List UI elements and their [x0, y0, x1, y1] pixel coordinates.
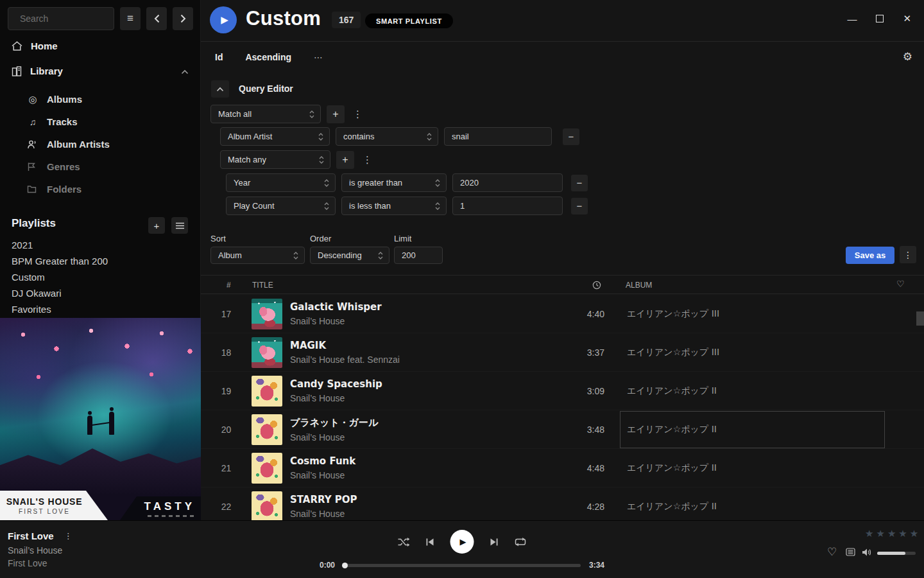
- rating-stars[interactable]: ★★★★★: [865, 528, 921, 539]
- star-icon[interactable]: ★: [898, 528, 909, 539]
- sort-field-button[interactable]: Id: [215, 52, 223, 62]
- window-maximize-button[interactable]: [876, 13, 884, 24]
- remove-rule-button[interactable]: −: [571, 198, 588, 215]
- nav-back-button[interactable]: [146, 7, 167, 30]
- now-playing-kebab-button[interactable]: ⋮: [62, 531, 75, 541]
- play-pause-button[interactable]: ▶: [450, 530, 474, 554]
- sidebar-item-albums[interactable]: ◎ Albums: [0, 88, 200, 110]
- order-select[interactable]: Descending: [310, 247, 389, 264]
- playlist-item[interactable]: Custom: [12, 269, 108, 285]
- table-row[interactable]: 21 Cosmo Funk Snail’s House 4:48 エイリアン☆ポ…: [201, 449, 924, 487]
- table-row[interactable]: 18 MAGIK Snail’s House feat. Sennzai 3:3…: [201, 333, 924, 372]
- table-row[interactable]: 22 STARRY POP Snail’s House 4:28 エイリアン☆ポ…: [201, 487, 924, 520]
- duration-clock-icon[interactable]: [592, 281, 601, 290]
- playlist-item[interactable]: Favorites: [12, 301, 108, 317]
- column-title[interactable]: TITLE: [252, 281, 273, 290]
- scrollbar-thumb[interactable]: [916, 311, 924, 326]
- rule-value-input[interactable]: [452, 197, 563, 215]
- save-options-kebab-button[interactable]: ⋮: [900, 246, 916, 263]
- sort-select[interactable]: Album: [210, 247, 305, 264]
- sidebar-item-genres[interactable]: Genres: [0, 155, 200, 178]
- playlist-list-button[interactable]: [171, 217, 188, 234]
- star-icon[interactable]: ★: [910, 528, 921, 539]
- shuffle-button[interactable]: [398, 537, 410, 547]
- favorite-heart-icon[interactable]: ♡: [827, 545, 837, 559]
- sidebar-item-folders[interactable]: Folders: [0, 178, 200, 200]
- rule-value-input[interactable]: [452, 173, 563, 192]
- next-track-button[interactable]: [490, 538, 499, 547]
- remove-rule-button[interactable]: −: [571, 175, 588, 191]
- window-minimize-button[interactable]: —: [847, 13, 857, 24]
- track-title[interactable]: STARRY POP: [290, 494, 566, 505]
- gear-icon[interactable]: ⚙: [903, 50, 912, 64]
- more-options-button[interactable]: ⋯: [314, 52, 324, 62]
- track-artist[interactable]: Snail’s House: [290, 316, 566, 326]
- now-playing-title[interactable]: First Love: [8, 530, 54, 541]
- track-title[interactable]: MAGIK: [290, 340, 566, 351]
- track-title[interactable]: Galactic Whisper: [290, 301, 566, 313]
- track-album[interactable]: エイリアン☆ポップ II: [620, 450, 885, 487]
- track-album[interactable]: エイリアン☆ポップ II: [620, 411, 885, 448]
- track-album[interactable]: エイリアン☆ポップ III: [620, 334, 885, 371]
- query-editor-collapse-button[interactable]: [211, 80, 229, 98]
- queue-button[interactable]: [846, 548, 855, 556]
- playlist-item[interactable]: BPM Greater than 200: [12, 253, 108, 269]
- sidebar-menu-button[interactable]: ≡: [120, 7, 141, 30]
- limit-input[interactable]: [394, 247, 443, 264]
- star-icon[interactable]: ★: [887, 528, 898, 539]
- track-title[interactable]: プラネット・ガール: [290, 417, 566, 429]
- window-close-button[interactable]: ✕: [903, 13, 911, 24]
- sidebar-item-tracks[interactable]: ♫ Tracks: [0, 110, 200, 133]
- track-artist[interactable]: Snail’s House: [290, 393, 566, 403]
- previous-track-button[interactable]: [425, 538, 435, 547]
- star-icon[interactable]: ★: [876, 528, 887, 539]
- volume-speaker-icon[interactable]: [862, 548, 872, 557]
- rule-field-select[interactable]: Year: [226, 173, 336, 192]
- match-type-select[interactable]: Match any: [220, 150, 330, 169]
- now-playing-artist[interactable]: Snail’s House: [8, 545, 62, 556]
- group-kebab-button[interactable]: ⋮: [360, 154, 375, 166]
- track-artist[interactable]: Snail’s House: [290, 509, 566, 519]
- search-box[interactable]: [8, 7, 114, 30]
- rule-value-input[interactable]: [444, 127, 552, 146]
- track-album[interactable]: エイリアン☆ポップ II: [620, 488, 885, 521]
- match-type-select[interactable]: Match all: [210, 105, 321, 123]
- sort-direction-button[interactable]: Ascending: [245, 52, 291, 62]
- track-title[interactable]: Cosmo Funk: [290, 455, 566, 467]
- track-album[interactable]: エイリアン☆ポップ II: [620, 372, 885, 410]
- table-row[interactable]: 19 Candy Spaceship Snail’s House 3:09 エイ…: [201, 372, 924, 410]
- volume-slider[interactable]: [877, 552, 916, 555]
- nav-forward-button[interactable]: [173, 7, 193, 30]
- repeat-button[interactable]: [515, 537, 527, 547]
- add-rule-button[interactable]: +: [327, 105, 345, 123]
- rule-operator-select[interactable]: is less than: [341, 197, 447, 215]
- track-album[interactable]: エイリアン☆ポップ III: [620, 295, 885, 333]
- track-artist[interactable]: Snail’s House: [290, 470, 566, 480]
- remove-rule-button[interactable]: −: [563, 128, 579, 145]
- rule-operator-select[interactable]: is greater than: [341, 173, 447, 192]
- sidebar-item-album-artists[interactable]: Album Artists: [0, 133, 200, 155]
- sidebar-item-home[interactable]: Home: [12, 40, 58, 51]
- playlist-item[interactable]: 2021: [12, 237, 108, 253]
- track-artist[interactable]: Snail’s House: [290, 432, 566, 442]
- column-album[interactable]: ALBUM: [626, 281, 652, 290]
- rule-operator-select[interactable]: contains: [336, 127, 438, 146]
- track-title[interactable]: Candy Spaceship: [290, 378, 566, 390]
- seek-bar[interactable]: [343, 564, 581, 567]
- search-input[interactable]: [20, 13, 136, 24]
- seek-handle[interactable]: [342, 563, 348, 568]
- track-artist[interactable]: Snail’s House feat. Sennzai: [290, 355, 566, 365]
- table-row[interactable]: 20 プラネット・ガール Snail’s House 3:48 エイリアン☆ポッ…: [201, 410, 924, 449]
- rule-field-select[interactable]: Album Artist: [220, 127, 330, 146]
- save-as-button[interactable]: Save as: [846, 247, 894, 264]
- now-playing-artwork[interactable]: SNAIL'S HOUSE FIRST LOVE TASTY: [0, 318, 201, 520]
- group-kebab-button[interactable]: ⋮: [350, 109, 365, 120]
- playlist-item[interactable]: DJ Okawari: [12, 285, 108, 301]
- add-playlist-button[interactable]: +: [148, 217, 165, 234]
- favorite-column-heart-icon[interactable]: ♡: [896, 279, 905, 289]
- star-icon[interactable]: ★: [865, 528, 876, 539]
- table-row[interactable]: 17 Galactic Whisper Snail’s House 4:40 エ…: [201, 295, 924, 333]
- play-playlist-button[interactable]: ▶: [210, 6, 237, 33]
- rule-field-select[interactable]: Play Count: [226, 197, 336, 215]
- sidebar-item-library[interactable]: Library: [12, 66, 63, 76]
